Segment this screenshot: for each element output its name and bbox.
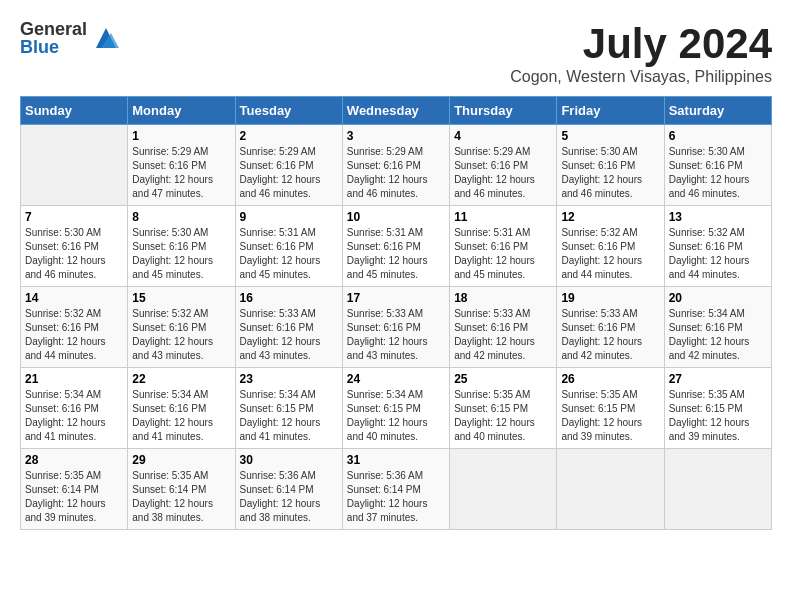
calendar-cell: 24Sunrise: 5:34 AM Sunset: 6:15 PM Dayli… <box>342 368 449 449</box>
day-info: Sunrise: 5:34 AM Sunset: 6:15 PM Dayligh… <box>240 388 338 444</box>
day-number: 29 <box>132 453 230 467</box>
day-info: Sunrise: 5:29 AM Sunset: 6:16 PM Dayligh… <box>132 145 230 201</box>
day-info: Sunrise: 5:30 AM Sunset: 6:16 PM Dayligh… <box>561 145 659 201</box>
calendar-cell: 1Sunrise: 5:29 AM Sunset: 6:16 PM Daylig… <box>128 125 235 206</box>
calendar-table: SundayMondayTuesdayWednesdayThursdayFrid… <box>20 96 772 530</box>
calendar-cell: 6Sunrise: 5:30 AM Sunset: 6:16 PM Daylig… <box>664 125 771 206</box>
header-cell-monday: Monday <box>128 97 235 125</box>
calendar-cell: 28Sunrise: 5:35 AM Sunset: 6:14 PM Dayli… <box>21 449 128 530</box>
day-number: 10 <box>347 210 445 224</box>
calendar-cell: 30Sunrise: 5:36 AM Sunset: 6:14 PM Dayli… <box>235 449 342 530</box>
day-number: 9 <box>240 210 338 224</box>
day-number: 28 <box>25 453 123 467</box>
calendar-week-row: 1Sunrise: 5:29 AM Sunset: 6:16 PM Daylig… <box>21 125 772 206</box>
day-number: 22 <box>132 372 230 386</box>
day-info: Sunrise: 5:31 AM Sunset: 6:16 PM Dayligh… <box>347 226 445 282</box>
day-info: Sunrise: 5:30 AM Sunset: 6:16 PM Dayligh… <box>669 145 767 201</box>
calendar-cell <box>664 449 771 530</box>
day-number: 14 <box>25 291 123 305</box>
header-cell-thursday: Thursday <box>450 97 557 125</box>
calendar-cell: 15Sunrise: 5:32 AM Sunset: 6:16 PM Dayli… <box>128 287 235 368</box>
day-info: Sunrise: 5:31 AM Sunset: 6:16 PM Dayligh… <box>240 226 338 282</box>
day-info: Sunrise: 5:33 AM Sunset: 6:16 PM Dayligh… <box>454 307 552 363</box>
day-info: Sunrise: 5:34 AM Sunset: 6:16 PM Dayligh… <box>25 388 123 444</box>
day-number: 6 <box>669 129 767 143</box>
day-info: Sunrise: 5:34 AM Sunset: 6:16 PM Dayligh… <box>132 388 230 444</box>
header-cell-wednesday: Wednesday <box>342 97 449 125</box>
day-number: 19 <box>561 291 659 305</box>
calendar-cell: 7Sunrise: 5:30 AM Sunset: 6:16 PM Daylig… <box>21 206 128 287</box>
day-info: Sunrise: 5:29 AM Sunset: 6:16 PM Dayligh… <box>240 145 338 201</box>
calendar-cell: 20Sunrise: 5:34 AM Sunset: 6:16 PM Dayli… <box>664 287 771 368</box>
title-area: July 2024 Cogon, Western Visayas, Philip… <box>510 20 772 86</box>
calendar-cell <box>557 449 664 530</box>
day-number: 15 <box>132 291 230 305</box>
day-info: Sunrise: 5:34 AM Sunset: 6:16 PM Dayligh… <box>669 307 767 363</box>
day-number: 25 <box>454 372 552 386</box>
day-number: 12 <box>561 210 659 224</box>
calendar-cell: 10Sunrise: 5:31 AM Sunset: 6:16 PM Dayli… <box>342 206 449 287</box>
day-info: Sunrise: 5:32 AM Sunset: 6:16 PM Dayligh… <box>25 307 123 363</box>
day-number: 3 <box>347 129 445 143</box>
day-number: 5 <box>561 129 659 143</box>
day-number: 31 <box>347 453 445 467</box>
calendar-cell: 12Sunrise: 5:32 AM Sunset: 6:16 PM Dayli… <box>557 206 664 287</box>
day-number: 4 <box>454 129 552 143</box>
day-info: Sunrise: 5:35 AM Sunset: 6:15 PM Dayligh… <box>454 388 552 444</box>
calendar-cell: 3Sunrise: 5:29 AM Sunset: 6:16 PM Daylig… <box>342 125 449 206</box>
calendar-week-row: 14Sunrise: 5:32 AM Sunset: 6:16 PM Dayli… <box>21 287 772 368</box>
calendar-cell <box>21 125 128 206</box>
calendar-cell: 25Sunrise: 5:35 AM Sunset: 6:15 PM Dayli… <box>450 368 557 449</box>
calendar-cell: 16Sunrise: 5:33 AM Sunset: 6:16 PM Dayli… <box>235 287 342 368</box>
logo: General Blue <box>20 20 121 56</box>
calendar-cell: 29Sunrise: 5:35 AM Sunset: 6:14 PM Dayli… <box>128 449 235 530</box>
day-info: Sunrise: 5:31 AM Sunset: 6:16 PM Dayligh… <box>454 226 552 282</box>
calendar-cell: 14Sunrise: 5:32 AM Sunset: 6:16 PM Dayli… <box>21 287 128 368</box>
day-info: Sunrise: 5:29 AM Sunset: 6:16 PM Dayligh… <box>454 145 552 201</box>
day-info: Sunrise: 5:33 AM Sunset: 6:16 PM Dayligh… <box>240 307 338 363</box>
day-info: Sunrise: 5:33 AM Sunset: 6:16 PM Dayligh… <box>561 307 659 363</box>
calendar-cell: 13Sunrise: 5:32 AM Sunset: 6:16 PM Dayli… <box>664 206 771 287</box>
day-number: 26 <box>561 372 659 386</box>
day-number: 1 <box>132 129 230 143</box>
day-number: 21 <box>25 372 123 386</box>
logo-blue: Blue <box>20 38 87 56</box>
day-number: 2 <box>240 129 338 143</box>
day-info: Sunrise: 5:32 AM Sunset: 6:16 PM Dayligh… <box>132 307 230 363</box>
calendar-cell: 22Sunrise: 5:34 AM Sunset: 6:16 PM Dayli… <box>128 368 235 449</box>
day-info: Sunrise: 5:35 AM Sunset: 6:14 PM Dayligh… <box>132 469 230 525</box>
day-number: 18 <box>454 291 552 305</box>
day-info: Sunrise: 5:35 AM Sunset: 6:15 PM Dayligh… <box>669 388 767 444</box>
calendar-cell <box>450 449 557 530</box>
logo-general: General <box>20 20 87 38</box>
calendar-week-row: 7Sunrise: 5:30 AM Sunset: 6:16 PM Daylig… <box>21 206 772 287</box>
calendar-cell: 17Sunrise: 5:33 AM Sunset: 6:16 PM Dayli… <box>342 287 449 368</box>
calendar-cell: 2Sunrise: 5:29 AM Sunset: 6:16 PM Daylig… <box>235 125 342 206</box>
calendar-cell: 27Sunrise: 5:35 AM Sunset: 6:15 PM Dayli… <box>664 368 771 449</box>
day-info: Sunrise: 5:33 AM Sunset: 6:16 PM Dayligh… <box>347 307 445 363</box>
main-title: July 2024 <box>510 20 772 68</box>
day-number: 20 <box>669 291 767 305</box>
day-number: 24 <box>347 372 445 386</box>
calendar-cell: 21Sunrise: 5:34 AM Sunset: 6:16 PM Dayli… <box>21 368 128 449</box>
day-info: Sunrise: 5:32 AM Sunset: 6:16 PM Dayligh… <box>561 226 659 282</box>
day-info: Sunrise: 5:30 AM Sunset: 6:16 PM Dayligh… <box>25 226 123 282</box>
day-number: 8 <box>132 210 230 224</box>
calendar-cell: 26Sunrise: 5:35 AM Sunset: 6:15 PM Dayli… <box>557 368 664 449</box>
calendar-header-row: SundayMondayTuesdayWednesdayThursdayFrid… <box>21 97 772 125</box>
calendar-cell: 8Sunrise: 5:30 AM Sunset: 6:16 PM Daylig… <box>128 206 235 287</box>
calendar-cell: 4Sunrise: 5:29 AM Sunset: 6:16 PM Daylig… <box>450 125 557 206</box>
calendar-cell: 9Sunrise: 5:31 AM Sunset: 6:16 PM Daylig… <box>235 206 342 287</box>
calendar-cell: 19Sunrise: 5:33 AM Sunset: 6:16 PM Dayli… <box>557 287 664 368</box>
calendar-cell: 18Sunrise: 5:33 AM Sunset: 6:16 PM Dayli… <box>450 287 557 368</box>
calendar-week-row: 21Sunrise: 5:34 AM Sunset: 6:16 PM Dayli… <box>21 368 772 449</box>
calendar-cell: 31Sunrise: 5:36 AM Sunset: 6:14 PM Dayli… <box>342 449 449 530</box>
calendar-cell: 23Sunrise: 5:34 AM Sunset: 6:15 PM Dayli… <box>235 368 342 449</box>
day-number: 27 <box>669 372 767 386</box>
day-number: 16 <box>240 291 338 305</box>
day-info: Sunrise: 5:30 AM Sunset: 6:16 PM Dayligh… <box>132 226 230 282</box>
day-number: 23 <box>240 372 338 386</box>
calendar-cell: 11Sunrise: 5:31 AM Sunset: 6:16 PM Dayli… <box>450 206 557 287</box>
calendar-week-row: 28Sunrise: 5:35 AM Sunset: 6:14 PM Dayli… <box>21 449 772 530</box>
day-info: Sunrise: 5:35 AM Sunset: 6:15 PM Dayligh… <box>561 388 659 444</box>
